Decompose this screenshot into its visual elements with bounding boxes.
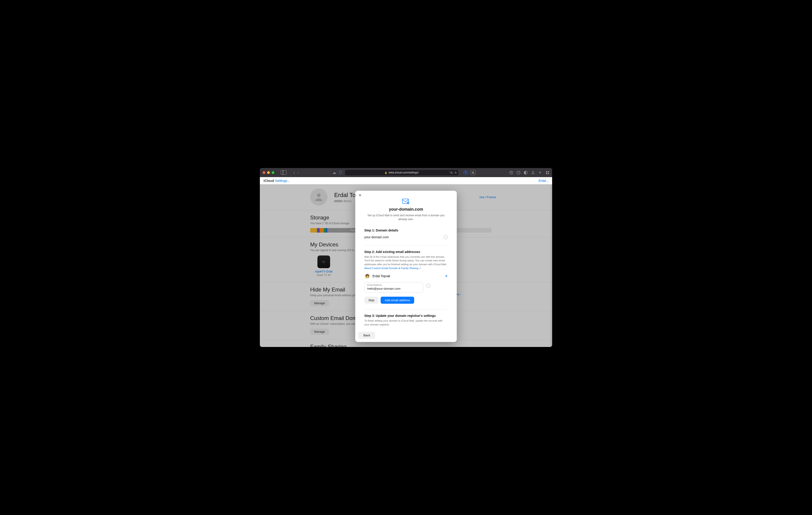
step1-domain-value: your-domain.com [364, 235, 389, 239]
tab-overview-icon[interactable] [545, 171, 549, 175]
chevron-down-icon: ⌄ [547, 180, 549, 182]
shield-icon[interactable] [339, 171, 342, 175]
add-email-button[interactable]: Add email address [381, 297, 414, 304]
breadcrumb[interactable]: iCloud Settings⌄ [263, 179, 290, 183]
sidebar-toggle-icon[interactable] [281, 170, 287, 175]
translate-icon[interactable]: ᴬあ [449, 171, 453, 175]
back-nav-button[interactable]: ‹ [293, 170, 295, 175]
skip-button[interactable]: Skip [364, 297, 378, 304]
cloud-icon[interactable]: ☁ [332, 171, 336, 175]
account-name: Erdal [539, 179, 546, 183]
modal-title: your-domain.com [364, 207, 448, 212]
step2-heading: Step 2: Add existing email addresses [364, 250, 448, 254]
modal-close-button[interactable]: ✕ [358, 193, 361, 197]
lock-icon: 🔒 [384, 172, 387, 174]
back-button[interactable]: Back [358, 332, 375, 339]
email-address-field[interactable]: Email Address [364, 282, 423, 293]
add-user-button[interactable]: + [445, 273, 448, 279]
step2-help-link[interactable]: About Custom Email Domain & Family Shari… [364, 267, 421, 270]
svg-rect-4 [548, 171, 549, 172]
svg-rect-6 [548, 173, 549, 174]
svg-point-10 [408, 202, 408, 203]
user-avatar: 🧑 [364, 273, 370, 279]
email-field-label: Email Address [367, 284, 382, 286]
modal-subtitle: Set up iCloud Mail to send and receive e… [364, 214, 448, 221]
chevron-down-icon: ⌄ [288, 180, 290, 182]
forward-nav-button[interactable]: › [297, 170, 299, 175]
step3-description: To finish adding your domain to iCloud M… [364, 319, 448, 326]
minimize-window-button[interactable] [267, 171, 270, 174]
brand-icloud: iCloud [263, 179, 274, 183]
close-window-button[interactable] [263, 171, 265, 174]
step2-description: Add all of the email addresses that you … [364, 255, 448, 270]
svg-rect-3 [546, 171, 547, 172]
user-name-label: Erdal Toprak [373, 274, 390, 278]
remove-email-button[interactable]: − [426, 284, 431, 288]
svg-point-9 [407, 202, 409, 204]
fullscreen-window-button[interactable] [272, 171, 274, 174]
downloads-icon[interactable] [509, 171, 513, 175]
window-controls [263, 171, 274, 174]
address-bar[interactable]: 🔒 beta.icloud.com/settings/ ᴬあ ↻ [345, 170, 458, 175]
extension-1password-icon[interactable]: ⦿ [463, 170, 468, 175]
appearance-icon[interactable] [524, 171, 528, 175]
new-tab-icon[interactable]: + [538, 171, 542, 175]
extension-notion-icon[interactable]: N [470, 170, 475, 175]
account-menu[interactable]: Erdal⌄ [539, 179, 549, 183]
url-text: beta.icloud.com/settings/ [388, 171, 418, 174]
email-input[interactable] [367, 287, 420, 290]
step3-heading: Step 3: Update your domain registrar's s… [364, 314, 448, 317]
share-icon[interactable] [531, 171, 535, 175]
mail-domain-icon [402, 199, 410, 205]
remove-domain-button[interactable]: − [444, 235, 448, 239]
reload-icon[interactable]: ↻ [455, 171, 457, 174]
svg-rect-5 [546, 173, 547, 174]
privacy-report-icon[interactable] [516, 171, 520, 175]
custom-domain-modal: ✕ your-domain.com Set up iCloud Mail to … [355, 191, 457, 342]
step1-heading: Step 1: Domain details [364, 229, 448, 232]
browser-window: ‹ › ☁ 🔒 beta.icloud.com/settings/ ᴬあ ↻ ⦿… [260, 168, 552, 347]
brand-settings: Settings [275, 179, 287, 183]
page-header: iCloud Settings⌄ Erdal⌄ [260, 177, 552, 184]
titlebar: ‹ › ☁ 🔒 beta.icloud.com/settings/ ᴬあ ↻ ⦿… [260, 168, 552, 177]
